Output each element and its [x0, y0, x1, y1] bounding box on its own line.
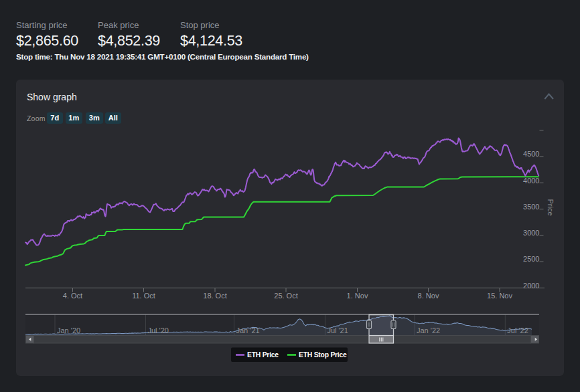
svg-text:4500: 4500: [523, 150, 539, 158]
svg-text:Jul '21: Jul '21: [327, 326, 348, 334]
svg-text:Jul '22: Jul '22: [507, 326, 528, 334]
svg-text:25. Oct: 25. Oct: [274, 292, 297, 300]
svg-text:8. Nov: 8. Nov: [418, 292, 439, 300]
svg-text:Price: Price: [547, 199, 555, 215]
svg-text:Jul '20: Jul '20: [148, 326, 169, 334]
svg-text:3000: 3000: [523, 229, 539, 237]
svg-text:18. Oct: 18. Oct: [203, 292, 226, 300]
svg-text:3500: 3500: [523, 203, 539, 211]
svg-text:ETH Stop Price: ETH Stop Price: [299, 351, 347, 359]
svg-text:15. Nov: 15. Nov: [487, 292, 512, 300]
svg-text:Jan '21: Jan '21: [236, 326, 260, 334]
svg-text:Jan '22: Jan '22: [417, 326, 440, 334]
svg-text:11. Oct: 11. Oct: [132, 292, 155, 300]
svg-text:1. Nov: 1. Nov: [347, 292, 368, 300]
svg-text:ETH Price: ETH Price: [247, 351, 279, 359]
svg-text:4. Oct: 4. Oct: [63, 292, 82, 300]
svg-text:Jan '20: Jan '20: [57, 326, 80, 334]
svg-text:2000: 2000: [523, 282, 539, 290]
svg-text:2500: 2500: [523, 255, 539, 263]
